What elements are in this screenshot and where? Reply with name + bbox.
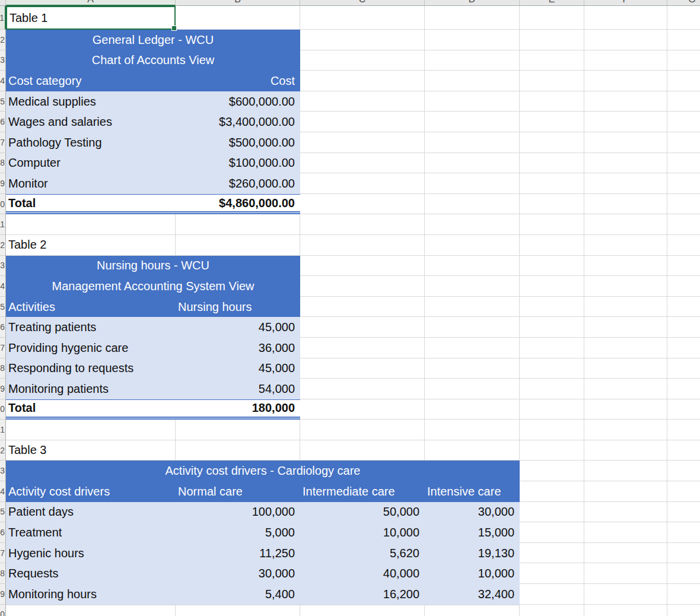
cell-empty[interactable] [520,522,584,543]
cell-empty[interactable] [425,6,520,30]
cell-empty[interactable] [667,153,700,174]
row-header[interactable]: 25 [0,502,6,523]
column-header-E[interactable]: E [520,0,584,6]
cell-empty[interactable] [520,276,584,297]
cell-empty[interactable] [300,91,425,112]
cell-empty[interactable] [425,605,520,616]
table1-row-label[interactable]: Monitor [6,173,176,194]
table3-header-intermediate-care[interactable]: Intermediate care [300,481,425,502]
cell-empty[interactable] [425,440,520,461]
cell-empty[interactable] [584,358,667,379]
cell-empty[interactable] [667,440,700,461]
table3-row-value[interactable]: 10,000 [300,522,425,543]
cell-empty[interactable] [520,502,584,523]
cell-empty[interactable] [425,338,520,358]
row-header[interactable]: 30 [0,605,6,616]
table3-row-value[interactable]: 11,250 [176,543,300,564]
row-header[interactable]: 4 [0,71,6,91]
cell-empty[interactable] [667,358,700,379]
cell-empty[interactable] [300,30,425,50]
cell-empty[interactable] [425,214,520,235]
row-header[interactable]: 26 [0,522,6,543]
cell-empty[interactable] [667,461,700,481]
cell-empty[interactable] [584,132,667,153]
row-header[interactable]: 8 [0,153,6,174]
row-header[interactable]: 19 [0,379,6,399]
cell-empty[interactable] [584,194,667,215]
cell-empty[interactable] [584,173,667,194]
table1-row-value[interactable]: $260,000.00 [176,173,300,194]
cell-empty[interactable] [520,605,584,616]
cell-empty[interactable] [667,481,700,502]
cell-empty[interactable] [520,194,584,215]
table1-row-value[interactable]: $3,400,000.00 [176,112,300,132]
cell-empty[interactable] [300,132,425,153]
cell-empty[interactable] [520,481,584,502]
cell-empty[interactable] [520,71,584,91]
cell-empty[interactable] [667,276,700,297]
cell-empty[interactable] [300,338,425,358]
cell-empty[interactable] [520,543,584,564]
cell-empty[interactable] [667,502,700,523]
table3-row-label[interactable]: Treatment [6,522,176,543]
cell-empty[interactable] [300,256,425,277]
cell-empty[interactable] [667,379,700,399]
cell-empty[interactable] [300,358,425,379]
cell-empty[interactable] [300,399,425,420]
row-header[interactable]: 10 [0,194,6,215]
row-header[interactable]: 23 [0,461,6,481]
cell-empty[interactable] [425,317,520,338]
row-header[interactable]: 27 [0,543,6,564]
cell-empty[interactable] [667,584,700,605]
cell-empty[interactable] [584,461,667,481]
row-header[interactable]: 11 [0,214,6,235]
cell-empty[interactable] [667,317,700,338]
cell-empty[interactable] [425,379,520,399]
table3-row-value[interactable]: 30,000 [176,563,300,584]
cell-empty[interactable] [300,605,425,616]
cell-empty[interactable] [667,543,700,564]
table3-row-value[interactable]: 40,000 [300,563,425,584]
row-header[interactable]: 21 [0,420,6,440]
cell-empty[interactable] [520,132,584,153]
table1-header-cost-category[interactable]: Cost category [6,71,176,91]
cell-empty[interactable] [425,194,520,215]
row-header[interactable]: 29 [0,584,6,605]
cell-empty[interactable] [425,91,520,112]
cell-empty[interactable] [520,297,584,317]
cell-empty[interactable] [300,317,425,338]
table2-row-label[interactable]: Providing hygenic care [6,338,176,358]
table2-title[interactable]: Nursing hours - WCU [6,256,300,277]
cell-empty[interactable] [176,235,300,256]
table1-total-value[interactable]: $4,860,000.00 [176,194,300,215]
table1-title[interactable]: General Ledger - WCU [6,30,300,50]
cell-empty[interactable] [667,132,700,153]
cell-empty[interactable] [584,112,667,132]
cell-empty[interactable] [300,379,425,399]
cell-empty[interactable] [425,399,520,420]
table3-row-label[interactable]: Hygenic hours [6,543,176,564]
row-header[interactable]: 2 [0,30,6,50]
table2-total-value[interactable]: 180,000 [176,399,300,420]
cell-empty[interactable] [584,276,667,297]
cell-empty[interactable] [425,30,520,50]
table1-row-value[interactable]: $600,000.00 [176,91,300,112]
table3-row-value[interactable]: 100,000 [176,502,300,523]
cell-empty[interactable] [425,235,520,256]
table2-row-value[interactable]: 36,000 [176,338,300,358]
fill-handle[interactable] [171,26,177,31]
column-header-F[interactable]: F [584,0,667,6]
cell-empty[interactable] [667,112,700,132]
cell-empty[interactable] [667,91,700,112]
table2-total-label[interactable]: Total [6,399,176,420]
cell-empty[interactable] [584,522,667,543]
cell-empty[interactable] [425,153,520,174]
cell-empty[interactable] [584,214,667,235]
cell-empty[interactable] [425,132,520,153]
row-header[interactable]: 3 [0,50,6,71]
table3-header-drivers[interactable]: Activity cost drivers [6,481,176,502]
column-header-G[interactable]: G [667,0,700,6]
cell-empty[interactable] [176,605,300,616]
cell-empty[interactable] [6,420,176,440]
column-header-B[interactable]: B [176,0,300,6]
